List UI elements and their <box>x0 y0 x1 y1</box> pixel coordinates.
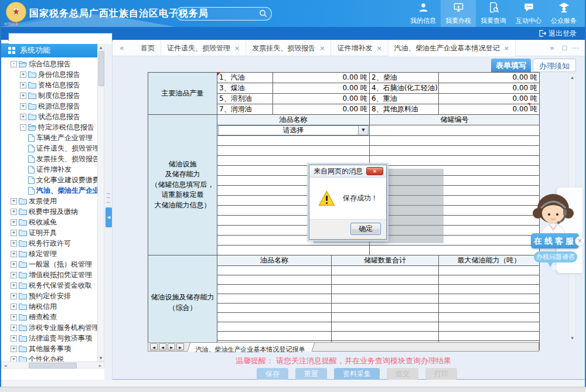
重置-button[interactable]: 重置 <box>295 368 327 380</box>
summary-cell[interactable] <box>332 304 439 313</box>
header-search-input[interactable] <box>182 9 255 19</box>
dialog-ok-button[interactable]: 确定 <box>350 223 381 235</box>
tab-scroll-left-icon[interactable]: « <box>120 40 124 56</box>
summary-cell[interactable] <box>332 313 439 322</box>
tree-item[interactable]: +证明开具 <box>1 227 97 238</box>
sheet-prev-icon[interactable]: ◀ <box>159 343 166 350</box>
oil-value-cell[interactable]: 0.00 吨 <box>273 104 370 115</box>
tree-expander-icon[interactable]: + <box>11 282 17 289</box>
tree-item[interactable]: +涉税专业服务机构管理 <box>1 322 97 333</box>
tank-number-cell[interactable] <box>370 156 540 166</box>
tab-汽油、柴油生产企业基本情况登记[interactable]: 汽油、柴油生产企业基本情况登记× <box>389 40 516 56</box>
sheet-first-icon[interactable]: ◀ <box>150 343 158 350</box>
tree-item[interactable]: 汽油、柴油生产企业基本情况登记 <box>1 185 97 196</box>
tree-expander-icon[interactable]: + <box>11 325 17 331</box>
tree-expander-icon[interactable]: + <box>11 293 17 299</box>
tree-expander-icon[interactable]: + <box>20 103 26 110</box>
tree-expander-icon[interactable]: - <box>20 124 26 131</box>
summary-cell[interactable] <box>439 294 540 304</box>
tree-item[interactable]: +纳税信用 <box>1 301 97 312</box>
nav-item-公众服务[interactable]: 公众服务 <box>546 0 581 27</box>
tank-number-cell[interactable] <box>370 146 540 156</box>
scroll-right-icon[interactable]: ► <box>97 363 103 367</box>
tab-证件遗失、损毁管理[interactable]: 证件遗失、损毁管理× <box>161 40 246 56</box>
scroll-down-icon[interactable]: ▼ <box>98 356 104 360</box>
oil-name-cell[interactable] <box>217 146 370 156</box>
tab-close-icon[interactable]: × <box>376 45 381 52</box>
tab-close-icon[interactable]: × <box>234 45 240 52</box>
tree-expander-icon[interactable]: + <box>11 356 17 362</box>
scroll-up-icon[interactable]: ▲ <box>98 45 104 49</box>
summary-cell[interactable] <box>332 294 439 304</box>
summary-cell[interactable] <box>217 304 332 313</box>
summary-cell[interactable] <box>439 332 540 341</box>
tree-item[interactable]: +身份信息报告 <box>1 69 97 80</box>
sidebar-vertical-scrollbar[interactable]: ▲ ▼ <box>97 43 104 362</box>
tree-expander-icon[interactable]: + <box>20 93 26 99</box>
tree-item[interactable]: -综合信息报告 <box>1 59 97 69</box>
dialog-close-icon[interactable]: × <box>366 167 383 175</box>
summary-cell[interactable] <box>332 266 439 275</box>
summary-cell[interactable] <box>217 332 332 341</box>
tank-number-cell[interactable] <box>370 136 540 146</box>
tree-item[interactable]: +税源信息报告 <box>1 101 97 111</box>
tree-item[interactable]: 车辆生产企业管理 <box>1 132 97 143</box>
dialog-titlebar[interactable]: 来自网页的消息 × <box>309 165 386 178</box>
tree-expander-icon[interactable]: + <box>11 314 17 321</box>
tree-item[interactable]: 证件增补发 <box>1 164 97 175</box>
oil-value-cell[interactable]: 0.00 吨 <box>273 73 370 83</box>
scroll-down-icon[interactable]: ▼ <box>569 336 575 340</box>
tab-首页[interactable]: 首页 <box>135 40 161 56</box>
logout-button[interactable]: 退出登录 <box>539 29 577 38</box>
service-agent-avatar[interactable] <box>532 191 574 237</box>
tree-expander-icon[interactable]: + <box>11 346 17 352</box>
nav-item-我的信息[interactable]: 我的信息 <box>406 0 441 27</box>
summary-cell[interactable] <box>217 275 332 285</box>
tree-item[interactable]: 发票挂失、损毁报告 <box>1 154 97 164</box>
summary-cell[interactable] <box>439 313 540 322</box>
nav-item-我要查询[interactable]: 我要查询 <box>476 0 511 27</box>
scrollbar-thumb[interactable] <box>29 363 77 369</box>
summary-cell[interactable] <box>439 285 540 294</box>
oil-value-cell[interactable]: 0.00 吨 <box>439 83 540 94</box>
tank-number-cell[interactable] <box>370 246 540 255</box>
tab-form-fill[interactable]: 表单填写 <box>491 59 531 72</box>
tab-close-icon[interactable]: × <box>504 45 509 52</box>
summary-cell[interactable] <box>439 275 540 285</box>
tab-证件增补发[interactable]: 证件增补发× <box>331 40 388 56</box>
nav-item-互动中心[interactable]: 互动中心 <box>511 0 546 27</box>
tree-expander-icon[interactable]: + <box>11 272 17 278</box>
online-service-button[interactable]: 在线客服 <box>531 233 579 248</box>
tree-item[interactable]: +制度信息报告 <box>1 90 97 101</box>
资料采集-button[interactable]: 资料采集 <box>334 368 380 380</box>
oil-name-cell[interactable] <box>217 246 370 255</box>
sheet-next-icon[interactable]: ▶ <box>168 343 175 350</box>
tree-expander-icon[interactable]: + <box>20 71 26 78</box>
保存-button[interactable]: 保存 <box>257 368 288 380</box>
tree-item[interactable]: +状态信息报告 <box>1 111 97 122</box>
tree-expander-icon[interactable]: + <box>11 230 17 236</box>
scroll-left-icon[interactable]: ◄ <box>2 363 8 367</box>
tab-more-icon[interactable]: ⋯ <box>572 40 579 56</box>
tree-item[interactable]: +法律追责与救济事项 <box>1 333 97 343</box>
tab-instructions[interactable]: 办理须知 <box>533 59 576 72</box>
search-icon[interactable] <box>259 9 267 18</box>
tree-expander-icon[interactable]: + <box>11 304 17 310</box>
tree-expander-icon[interactable]: + <box>11 261 17 268</box>
service-close-icon[interactable]: × <box>575 236 585 246</box>
tree-item[interactable]: +一般退（抵）税管理 <box>1 259 97 270</box>
tree-item[interactable]: +发票使用 <box>1 196 97 206</box>
summary-cell[interactable] <box>217 322 332 332</box>
nav-item-我要办税[interactable]: 我要办税 <box>441 0 476 27</box>
summary-cell[interactable] <box>332 322 439 332</box>
tree-expander-icon[interactable]: + <box>11 209 17 215</box>
summary-cell[interactable] <box>332 275 439 285</box>
tree-item[interactable]: +稽查检查 <box>1 312 97 322</box>
tree-expander-icon[interactable]: - <box>11 61 17 67</box>
oil-name-select[interactable]: 请选择▼ <box>218 125 369 135</box>
tank-number-cell[interactable] <box>370 125 540 136</box>
service-consult-label[interactable]: 办税问题请咨询 <box>534 251 577 263</box>
tree-item[interactable]: 证件遗失、损毁管理 <box>1 143 97 154</box>
tree-item[interactable]: +预约定价安排 <box>1 291 97 301</box>
sidebar-horizontal-scrollbar[interactable]: ◄ ► <box>1 362 104 369</box>
